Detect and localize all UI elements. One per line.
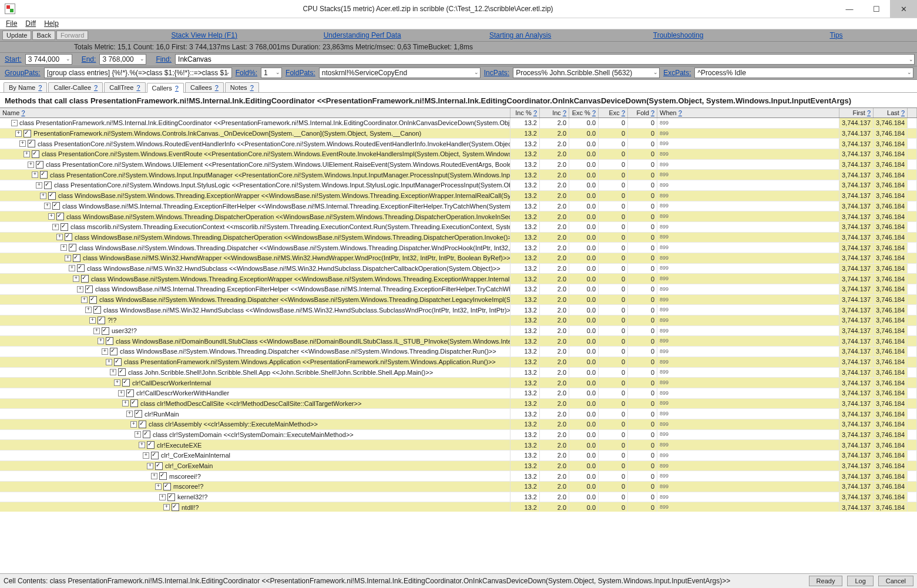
col-inc-pct[interactable]: Inc % ?: [510, 108, 540, 117]
table-row[interactable]: +mscoreei!?13.22.00.0008993,744.1373,746…: [0, 471, 917, 482]
tab-calltree[interactable]: CallTree ?: [104, 82, 145, 92]
log-button[interactable]: Log: [847, 576, 873, 586]
table-row[interactable]: +class clr!Assembly <<clr!Assembly::Exec…: [0, 419, 917, 430]
checkbox-icon[interactable]: [81, 275, 89, 283]
expand-icon[interactable]: +: [81, 297, 88, 303]
start-input[interactable]: 3 744,000⌄: [25, 54, 72, 65]
table-row[interactable]: +class WindowsBase.ni!MS.Win32.HwndSubcl…: [0, 264, 917, 274]
expand-icon[interactable]: +: [36, 182, 42, 189]
table-row[interactable]: +clr!_CorExeMainInternal13.22.00.0008993…: [0, 451, 917, 461]
expand-icon[interactable]: +: [110, 369, 116, 375]
checkbox-icon[interactable]: [147, 441, 154, 449]
expand-icon[interactable]: +: [19, 140, 26, 147]
col-exc[interactable]: Exc ?: [599, 108, 628, 117]
table-row[interactable]: +class PresentationCore.ni!System.Window…: [0, 170, 917, 180]
table-row[interactable]: +class WindowsBase.ni!System.Windows.Thr…: [0, 295, 917, 305]
table-row[interactable]: +ntdll!?13.22.00.0008993,744.1373,746.18…: [0, 502, 917, 512]
table-row[interactable]: +class WindowsBase.ni!System.Windows.Thr…: [0, 211, 917, 222]
table-row[interactable]: +class PresentationCore.ni!System.Window…: [0, 160, 917, 170]
expand-icon[interactable]: +: [126, 411, 133, 417]
table-row[interactable]: +user32!?13.22.00.0008993,744.1373,746.1…: [0, 326, 917, 337]
col-first[interactable]: First ?: [839, 108, 874, 117]
table-row[interactable]: +class PresentationCore.ni!System.Window…: [0, 149, 917, 160]
link-starting-analysis[interactable]: Starting an Analysis: [442, 31, 599, 39]
checkbox-icon[interactable]: [139, 421, 146, 428]
table-row[interactable]: +?!?13.22.00.0008993,744.1373,746.184: [0, 315, 917, 326]
incpats-input[interactable]: Process% John.Scribble.Shell (5632)⌄: [513, 68, 660, 78]
table-row[interactable]: +class WindowsBase.ni!MS.Internal.Thread…: [0, 284, 917, 295]
table-row[interactable]: +class clr!SystemDomain <<clr!SystemDoma…: [0, 430, 917, 441]
expand-icon[interactable]: +: [28, 162, 34, 168]
expand-icon[interactable]: +: [65, 255, 71, 261]
tab-notes[interactable]: Notes ?: [225, 82, 259, 92]
table-row[interactable]: +class mscorlib.ni!System.Threading.Exec…: [0, 222, 917, 233]
col-name[interactable]: Name ?: [0, 108, 510, 117]
table-row[interactable]: +class WindowsBase.ni!System.Windows.Thr…: [0, 274, 917, 284]
checkbox-icon[interactable]: [122, 379, 130, 387]
table-row[interactable]: +class clr!MethodDescCallSite <<clr!Meth…: [0, 399, 917, 409]
expand-icon[interactable]: +: [102, 348, 108, 355]
col-inc[interactable]: Inc ?: [540, 108, 569, 117]
tab-caller-callee[interactable]: Caller-Callee ?: [48, 82, 103, 92]
table-row[interactable]: +class WindowsBase.ni!System.Windows.Thr…: [0, 233, 917, 243]
checkbox-icon[interactable]: [114, 358, 122, 366]
link-tips[interactable]: Tips: [758, 31, 915, 39]
expand-icon[interactable]: +: [114, 379, 120, 386]
checkbox-icon[interactable]: [56, 213, 64, 220]
col-when[interactable]: When ?: [657, 108, 839, 117]
checkbox-icon[interactable]: [69, 244, 76, 251]
close-button[interactable]: ✕: [890, 0, 917, 18]
table-row[interactable]: +clr!CallDescrWorkerWithHandler13.22.00.…: [0, 388, 917, 399]
table-row[interactable]: +clr!ExecuteEXE13.22.00.0008993,744.1373…: [0, 440, 917, 451]
foldpats-input[interactable]: ntoskrnl!%ServiceCopyEnd⌄: [319, 68, 481, 78]
checkbox-icon[interactable]: [77, 264, 85, 272]
checkbox-icon[interactable]: [32, 150, 39, 158]
col-fold[interactable]: Fold ?: [628, 108, 657, 117]
checkbox-icon[interactable]: [159, 472, 167, 480]
checkbox-icon[interactable]: [61, 223, 68, 231]
menu-help[interactable]: Help: [44, 19, 59, 28]
excpats-input[interactable]: ^Process% Idle⌄: [694, 68, 913, 78]
checkbox-icon[interactable]: [85, 285, 93, 293]
checkbox-icon[interactable]: [163, 483, 171, 490]
expand-icon[interactable]: +: [163, 504, 170, 510]
table-row[interactable]: +class WindowsBase.ni!MS.Win32.HwndWrapp…: [0, 253, 917, 264]
expand-icon[interactable]: +: [15, 130, 22, 137]
expand-icon[interactable]: +: [155, 483, 162, 490]
maximize-button[interactable]: ☐: [863, 0, 890, 18]
expand-icon[interactable]: +: [32, 172, 38, 178]
checkbox-icon[interactable]: [167, 493, 175, 501]
checkbox-icon[interactable]: [102, 327, 109, 335]
link-troubleshooting[interactable]: Troubleshooting: [600, 31, 757, 39]
table-row[interactable]: +class PresentationCore.ni!System.Window…: [0, 139, 917, 149]
table-row[interactable]: +class WindowsBase.ni!System.Windows.Thr…: [0, 347, 917, 357]
checkbox-icon[interactable]: [98, 317, 105, 324]
checkbox-icon[interactable]: [106, 337, 113, 345]
back-button[interactable]: Back: [32, 31, 55, 40]
expand-icon[interactable]: +: [118, 390, 125, 397]
expand-icon[interactable]: +: [40, 193, 46, 199]
expand-icon[interactable]: +: [85, 307, 92, 313]
link-understanding-perf[interactable]: Understanding Perf Data: [284, 31, 441, 39]
grid-rows[interactable]: -class PresentationFramework.ni!MS.Inter…: [0, 118, 917, 512]
table-row[interactable]: +class WindowsBase.ni!MS.Internal.Thread…: [0, 201, 917, 212]
table-row[interactable]: +mscoree!?13.22.00.0008993,744.1373,746.…: [0, 482, 917, 492]
col-exc-pct[interactable]: Exc % ?: [569, 108, 599, 117]
table-row[interactable]: +clr!_CorExeMain13.22.00.0008993,744.137…: [0, 461, 917, 472]
checkbox-icon[interactable]: [118, 368, 126, 376]
expand-icon[interactable]: +: [77, 286, 83, 293]
find-input[interactable]: [175, 54, 915, 65]
expand-icon[interactable]: +: [147, 463, 153, 469]
end-input[interactable]: 3 768,000⌄: [99, 54, 146, 65]
checkbox-icon[interactable]: [52, 202, 60, 210]
link-stack-view-help[interactable]: Stack View Help (F1): [126, 31, 283, 39]
checkbox-icon[interactable]: [130, 399, 138, 407]
expand-icon[interactable]: -: [11, 120, 18, 126]
forward-button[interactable]: Forward: [56, 31, 88, 40]
expand-icon[interactable]: +: [122, 400, 129, 406]
table-row[interactable]: +kernel32!?13.22.00.0008993,744.1373,746…: [0, 492, 917, 503]
cancel-button[interactable]: Cancel: [878, 576, 913, 586]
checkbox-icon[interactable]: [48, 192, 56, 200]
checkbox-icon[interactable]: [40, 171, 48, 179]
expand-icon[interactable]: +: [106, 359, 112, 365]
